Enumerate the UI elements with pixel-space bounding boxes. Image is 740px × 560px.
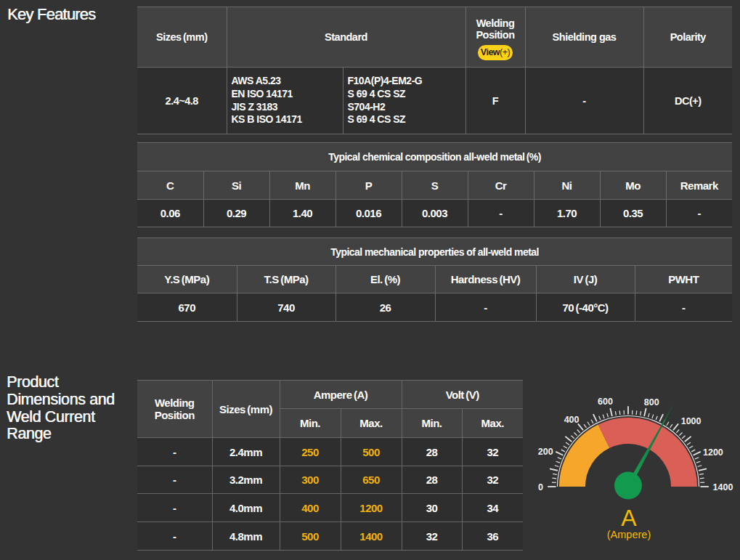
svg-text:(Ampere): (Ampere): [607, 529, 651, 540]
svg-text:0: 0: [538, 482, 543, 492]
svg-text:200: 200: [538, 447, 553, 457]
svg-text:1200: 1200: [703, 447, 723, 458]
svg-text:1400: 1400: [713, 482, 733, 492]
svg-text:600: 600: [598, 397, 613, 407]
svg-text:A: A: [621, 505, 637, 531]
svg-text:400: 400: [564, 415, 580, 425]
svg-text:800: 800: [644, 397, 659, 407]
svg-text:1000: 1000: [681, 416, 702, 426]
